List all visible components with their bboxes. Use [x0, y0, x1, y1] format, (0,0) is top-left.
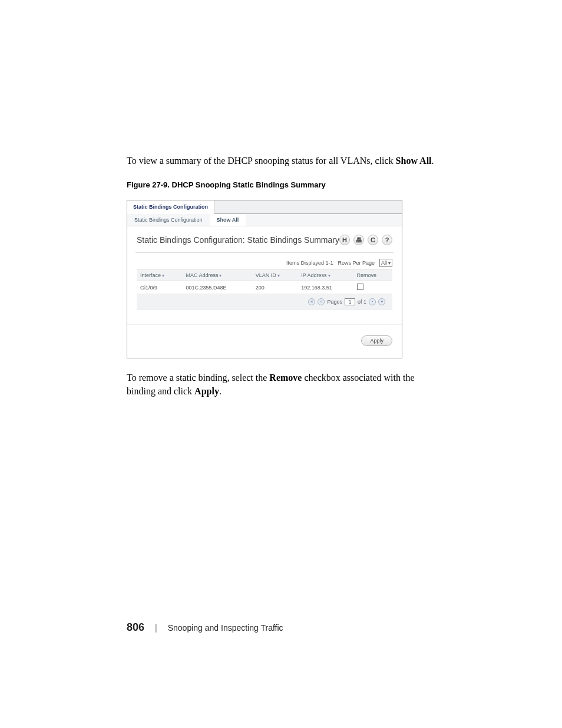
remove-checkbox[interactable]	[357, 284, 363, 290]
chapter-title: Snooping and Inspecting Traffic	[168, 623, 283, 633]
tab-bar: Static Bindings Configuration	[127, 200, 402, 214]
of-label: of 1	[358, 299, 366, 305]
apply-row: Apply	[127, 324, 402, 358]
remove-text-post: .	[219, 386, 222, 396]
intro-paragraph: To view a summary of the DHCP snooping s…	[127, 154, 435, 167]
save-icon[interactable]: H	[339, 235, 350, 245]
first-page-icon[interactable]: «	[308, 298, 315, 305]
sort-caret-icon: ▾	[277, 273, 280, 278]
col-mac[interactable]: MAC Address▾	[182, 270, 252, 281]
cell-vlan: 200	[252, 281, 297, 294]
table-header-row: Interface▾ MAC Address▾ VLAN ID▾ IP Addr…	[137, 270, 392, 281]
remove-paragraph: To remove a static binding, select the R…	[127, 371, 435, 398]
rows-per-page-select[interactable]: All	[379, 259, 392, 267]
footer-separator: |	[155, 623, 157, 633]
screenshot-panel: Static Bindings Configuration Static Bin…	[127, 200, 402, 358]
sort-caret-icon: ▾	[219, 273, 222, 278]
col-vlan[interactable]: VLAN ID▾	[252, 270, 297, 281]
bindings-table: Interface▾ MAC Address▾ VLAN ID▾ IP Addr…	[137, 269, 392, 310]
panel-header: Static Bindings Configuration: Static Bi…	[127, 226, 402, 249]
table-area: Items Displayed 1-1 Rows Per Page All In…	[127, 253, 402, 314]
refresh-icon[interactable]: C	[368, 235, 378, 245]
col-ip[interactable]: IP Address▾	[297, 270, 353, 281]
tab-static-bindings[interactable]: Static Bindings Configuration	[127, 200, 214, 214]
remove-text-bold2: Apply	[194, 386, 219, 396]
panel-title: Static Bindings Configuration: Static Bi…	[137, 235, 339, 245]
last-page-icon[interactable]: »	[378, 298, 385, 305]
prev-page-icon[interactable]: ‹	[318, 298, 325, 305]
intro-text-bold: Show All	[396, 156, 432, 166]
cell-remove	[353, 281, 393, 294]
next-page-icon[interactable]: ›	[369, 298, 376, 305]
action-icons: H 🖶 C ?	[339, 235, 392, 245]
table-top-controls: Items Displayed 1-1 Rows Per Page All	[137, 259, 392, 267]
figure-caption: Figure 27-9. DHCP Snooping Static Bindin…	[127, 180, 435, 189]
remove-text-bold1: Remove	[269, 373, 302, 383]
cell-mac: 001C.2355.D48E	[182, 281, 252, 294]
page-footer: 806 | Snooping and Inspecting Traffic	[127, 621, 283, 634]
apply-button[interactable]: Apply	[361, 335, 392, 346]
col-remove: Remove	[353, 270, 393, 281]
page-input[interactable]: 1	[345, 298, 355, 305]
table-row: Gi1/0/9 001C.2355.D48E 200 192.168.3.51	[137, 281, 392, 294]
sort-caret-icon: ▾	[162, 273, 164, 278]
page-number: 806	[127, 621, 144, 634]
pager-row: « ‹ Pages 1 of 1 › »	[137, 294, 392, 310]
sort-caret-icon: ▾	[328, 273, 330, 278]
pager: « ‹ Pages 1 of 1 › »	[140, 297, 389, 307]
print-icon[interactable]: 🖶	[353, 235, 364, 245]
cell-ip: 192.168.3.51	[297, 281, 353, 294]
subtab-config[interactable]: Static Bindings Configuration	[127, 214, 210, 226]
subtab-show-all[interactable]: Show All	[210, 214, 246, 226]
items-displayed: Items Displayed 1-1	[286, 260, 333, 266]
col-interface[interactable]: Interface▾	[137, 270, 182, 281]
pages-label: Pages	[327, 299, 342, 305]
subtab-bar: Static Bindings Configuration Show All	[127, 214, 402, 226]
intro-text-post: .	[432, 156, 434, 166]
intro-text-pre: To view a summary of the DHCP snooping s…	[127, 156, 396, 166]
cell-interface: Gi1/0/9	[137, 281, 182, 294]
remove-text-pre: To remove a static binding, select the	[127, 373, 269, 383]
help-icon[interactable]: ?	[382, 235, 392, 245]
rows-per-page-label: Rows Per Page	[338, 260, 375, 266]
